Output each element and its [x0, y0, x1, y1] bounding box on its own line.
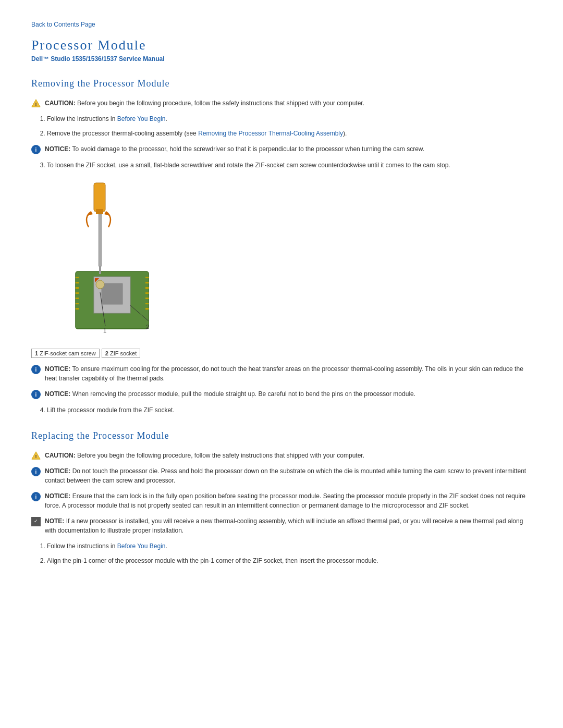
thermal-cooling-link[interactable]: Removing the Processor Thermal-Cooling A…	[198, 130, 343, 137]
svg-rect-3	[96, 209, 103, 214]
svg-rect-26	[145, 287, 149, 289]
notice-label-1: NOTICE:	[45, 145, 70, 153]
svg-rect-4	[99, 214, 102, 266]
processor-image-container: 1 2	[63, 180, 198, 343]
notice-text-3: When removing the processor module, pull…	[72, 390, 415, 398]
svg-rect-9	[102, 283, 123, 304]
before-you-begin-link-1[interactable]: Before You Begin	[117, 115, 166, 122]
section-heading-replacing: Replacing the Processor Module	[31, 430, 532, 441]
notice-replacing-text-2: Ensure that the cam lock is in the fully…	[45, 492, 525, 509]
before-you-begin-link-2[interactable]: Before You Begin	[117, 542, 166, 550]
caution-removing-1: ! CAUTION: Before you begin the followin…	[31, 98, 532, 108]
svg-rect-22	[76, 303, 79, 304]
page-title: Processor Module	[31, 38, 532, 53]
image-caption: 1 ZIF-socket cam screw 2 ZIF socket	[31, 349, 532, 358]
caption-text-1: ZIF-socket cam screw	[40, 350, 96, 356]
back-to-contents-link[interactable]: Back to Contents Page	[31, 21, 532, 28]
caution-replacing-1: ! CAUTION: Before you begin the followin…	[31, 451, 532, 460]
svg-rect-20	[76, 292, 79, 294]
notice-replacing-icon-2: i	[31, 492, 41, 501]
svg-rect-27	[145, 292, 149, 294]
svg-rect-17	[76, 277, 79, 278]
notice-replacing-2: i NOTICE: Ensure that the cam lock is in…	[31, 491, 532, 510]
replacing-step-2: Align the pin-1 corner of the processor …	[47, 556, 532, 565]
svg-rect-23	[76, 308, 79, 310]
removing-steps-list: Follow the instructions in Before You Be…	[47, 114, 532, 138]
svg-rect-2	[94, 183, 105, 212]
svg-rect-11	[99, 266, 101, 274]
notice-icon-1: i	[31, 145, 41, 154]
notice-replacing-label-2: NOTICE:	[45, 492, 70, 500]
removing-step-3-list: To loosen the ZIF socket, use a small, f…	[47, 161, 532, 170]
svg-rect-21	[76, 298, 79, 299]
caption-text-2: ZIF socket	[110, 350, 137, 356]
svg-text:2: 2	[146, 324, 149, 330]
notice-replacing-label-1: NOTICE:	[45, 467, 70, 475]
section-heading-removing: Removing the Processor Module	[31, 78, 532, 89]
notice-replacing-icon-1: i	[31, 467, 41, 476]
notice-icon-2: i	[31, 365, 41, 374]
page-subtitle: Dell™ Studio 1535/1536/1537 Service Manu…	[31, 55, 532, 63]
svg-text:!: !	[35, 102, 37, 107]
caution-replacing-label: CAUTION:	[45, 452, 76, 459]
caution-icon: !	[31, 98, 41, 108]
notice-label-3: NOTICE:	[45, 390, 70, 398]
svg-rect-30	[145, 308, 149, 310]
caption-num-1: 1	[35, 350, 38, 356]
notice-removing-3: i NOTICE: When removing the processor mo…	[31, 389, 532, 399]
removing-step-2: Remove the processor thermal-cooling ass…	[47, 129, 532, 138]
replacing-step-1: Follow the instructions in Before You Be…	[47, 541, 532, 551]
caution-replacing-text: Before you begin the following procedure…	[77, 452, 364, 459]
note-replacing-text-1: If a new processor is installed, you wil…	[45, 517, 523, 534]
replacing-steps-list: Follow the instructions in Before You Be…	[47, 541, 532, 565]
caution-label: CAUTION:	[45, 100, 76, 107]
notice-icon-3: i	[31, 390, 41, 399]
notice-text-1: To avoid damage to the processor, hold t…	[72, 145, 424, 153]
note-replacing-1: ✓ NOTE: If a new processor is installed,…	[31, 516, 532, 535]
svg-rect-28	[145, 298, 149, 299]
notice-replacing-text-1: Do not touch the processor die. Press an…	[45, 467, 526, 484]
notice-label-2: NOTICE:	[45, 365, 70, 373]
caution-icon-replacing: !	[31, 451, 41, 460]
note-replacing-label-1: NOTE:	[45, 517, 64, 525]
svg-rect-24	[145, 277, 149, 278]
notice-removing-2: i NOTICE: To ensure maximum cooling for …	[31, 364, 532, 383]
removing-step-1: Follow the instructions in Before You Be…	[47, 114, 532, 124]
removing-step-4-list: Lift the processor module from the ZIF s…	[47, 405, 532, 415]
svg-text:!: !	[35, 454, 37, 459]
svg-rect-19	[76, 287, 79, 289]
svg-text:1: 1	[103, 327, 106, 334]
svg-rect-18	[76, 282, 79, 283]
notice-text-2: To ensure maximum cooling for the proces…	[45, 365, 523, 382]
notice-replacing-1: i NOTICE: Do not touch the processor die…	[31, 466, 532, 485]
processor-diagram: 1 2	[63, 180, 177, 342]
notice-removing-1: i NOTICE: To avoid damage to the process…	[31, 144, 532, 154]
svg-rect-29	[145, 303, 149, 304]
svg-point-12	[96, 280, 104, 289]
caution-text: Before you begin the following procedure…	[77, 100, 364, 107]
removing-step-3: To loosen the ZIF socket, use a small, f…	[47, 161, 532, 170]
caption-num-2: 2	[105, 350, 108, 356]
removing-step-4: Lift the processor module from the ZIF s…	[47, 405, 532, 415]
svg-rect-25	[145, 282, 149, 283]
note-icon-1: ✓	[31, 517, 41, 526]
